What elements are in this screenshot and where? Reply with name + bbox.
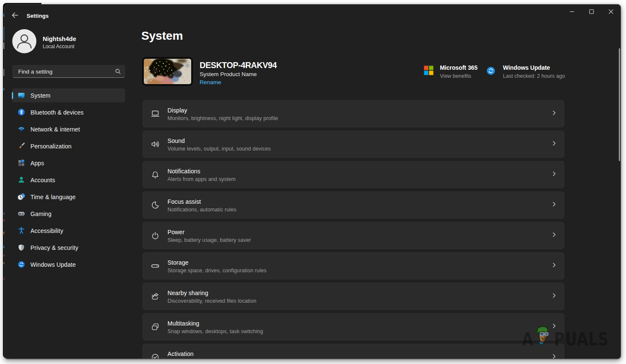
ms365-title: Microsoft 365 bbox=[440, 64, 478, 71]
sidebar-item-label: Accessibility bbox=[30, 227, 63, 234]
setting-row-notifications[interactable]: Notifications Alerts from apps and syste… bbox=[143, 161, 564, 188]
sidebar-item-label: Time & language bbox=[30, 194, 76, 200]
row-subtitle: Volume levels, output, input, sound devi… bbox=[167, 146, 271, 152]
back-arrow-icon bbox=[12, 12, 18, 18]
rename-link[interactable]: Rename bbox=[200, 79, 221, 85]
setting-row-focus-assist[interactable]: Focus assist Notifications, automatic ru… bbox=[143, 192, 564, 219]
network-icon bbox=[16, 125, 26, 134]
row-title: Nearby sharing bbox=[167, 290, 208, 296]
gaming-icon bbox=[16, 209, 26, 219]
device-product: System Product Name bbox=[200, 71, 257, 77]
chevron-right-icon bbox=[551, 110, 557, 118]
sidebar-item-bluetooth-devices[interactable]: Bluetooth & devices bbox=[12, 105, 125, 119]
accessibility-icon bbox=[16, 226, 26, 235]
row-subtitle: Alerts from apps and system bbox=[167, 176, 236, 182]
row-subtitle: Notifications, automatic rules bbox=[167, 207, 236, 213]
user-name: Nightsh4de bbox=[43, 36, 76, 42]
chevron-right-icon bbox=[551, 140, 557, 148]
chevron-right-icon bbox=[551, 353, 557, 359]
time-language-icon bbox=[16, 192, 26, 202]
sidebar-item-label: Accounts bbox=[30, 177, 55, 183]
search-input[interactable]: Find a setting bbox=[12, 65, 125, 78]
minimize-icon bbox=[570, 9, 574, 14]
setting-row-power[interactable]: Power Sleep, battery usage, battery save… bbox=[143, 222, 564, 249]
windows-update-subtitle: Last checked: 2 hours ago bbox=[503, 73, 565, 79]
close-button[interactable] bbox=[601, 5, 621, 19]
nearby-sharing-icon bbox=[150, 291, 160, 301]
row-title: Activation bbox=[167, 350, 194, 357]
row-title: Sound bbox=[167, 137, 185, 144]
chevron-right-icon bbox=[551, 323, 557, 331]
sidebar-item-personalization[interactable]: Personalization bbox=[12, 139, 125, 153]
scrollbar-thumb[interactable] bbox=[619, 48, 620, 161]
maximize-icon bbox=[589, 9, 594, 14]
device-name: DESKTOP-4RAKV94 bbox=[200, 60, 277, 70]
sidebar-item-label: Gaming bbox=[30, 211, 52, 217]
sidebar-item-privacy-security[interactable]: Privacy & security bbox=[12, 241, 125, 255]
sidebar-item-accessibility[interactable]: Accessibility bbox=[12, 224, 125, 238]
row-subtitle: Monitors, brightness, night light, displ… bbox=[167, 115, 278, 121]
sidebar-item-windows-update[interactable]: Windows Update bbox=[12, 257, 125, 271]
sidebar-item-label: Bluetooth & devices bbox=[30, 109, 84, 116]
row-title: Focus assist bbox=[167, 198, 201, 205]
sidebar-item-label: Network & internet bbox=[30, 126, 80, 133]
setting-row-multitasking[interactable]: Multitasking Snap windows, desktops, tas… bbox=[143, 313, 564, 340]
row-subtitle: Discoverability, received files location bbox=[167, 298, 256, 304]
accounts-icon bbox=[16, 175, 26, 185]
row-subtitle: Sleep, battery usage, battery saver bbox=[167, 237, 251, 243]
sidebar-item-label: Apps bbox=[30, 160, 44, 167]
minimize-button[interactable] bbox=[562, 5, 582, 19]
row-title: Power bbox=[167, 229, 184, 235]
windows-update-icon bbox=[16, 260, 26, 269]
settings-window: Settings Nightsh4de Local Account bbox=[4, 4, 621, 359]
system-icon bbox=[16, 91, 26, 100]
sidebar-item-label: Privacy & security bbox=[30, 244, 78, 251]
sidebar-item-label: Windows Update bbox=[30, 261, 76, 268]
chevron-right-icon bbox=[551, 262, 557, 270]
setting-row-display[interactable]: Display Monitors, brightness, night ligh… bbox=[143, 100, 564, 127]
activation-icon bbox=[150, 352, 160, 359]
device-thumbnail bbox=[142, 57, 193, 86]
privacy-security-icon bbox=[16, 243, 26, 252]
search-icon[interactable] bbox=[115, 68, 121, 76]
setting-row-activation[interactable]: Activation Activation state, subscriptio… bbox=[143, 344, 564, 359]
ms365-subtitle[interactable]: View benefits bbox=[440, 73, 471, 79]
sidebar-item-apps[interactable]: Apps bbox=[12, 156, 125, 170]
display-icon bbox=[150, 109, 160, 119]
sidebar-item-time-language[interactable]: Time & language bbox=[12, 190, 125, 204]
microsoft-365-icon bbox=[424, 66, 434, 75]
multitasking-icon bbox=[150, 322, 160, 332]
search-placeholder: Find a setting bbox=[18, 68, 52, 75]
sidebar-item-system[interactable]: System bbox=[12, 88, 125, 102]
sidebar-item-label: Personalization bbox=[30, 143, 71, 150]
personalization-icon bbox=[16, 142, 26, 151]
bluetooth-icon bbox=[16, 108, 26, 117]
chevron-right-icon bbox=[551, 232, 557, 239]
windows-update-title: Windows Update bbox=[503, 64, 550, 71]
back-button[interactable] bbox=[7, 10, 22, 21]
sidebar-item-accounts[interactable]: Accounts bbox=[12, 173, 125, 187]
setting-row-sound[interactable]: Sound Volume levels, output, input, soun… bbox=[143, 131, 564, 158]
row-title: Storage bbox=[167, 259, 189, 266]
avatar[interactable] bbox=[12, 29, 36, 53]
row-subtitle: Snap windows, desktops, task switching bbox=[167, 328, 263, 334]
windows-update-status-icon bbox=[486, 66, 495, 75]
power-icon bbox=[150, 230, 160, 241]
apps-icon bbox=[16, 159, 26, 168]
notifications-icon bbox=[150, 170, 160, 180]
person-icon bbox=[12, 29, 36, 53]
row-subtitle: Storage space, drives, configuration rul… bbox=[167, 268, 266, 274]
row-title: Display bbox=[167, 107, 187, 114]
page-title: System bbox=[141, 29, 183, 43]
selected-pill bbox=[12, 92, 13, 99]
chevron-right-icon bbox=[551, 201, 557, 209]
row-title: Multitasking bbox=[167, 320, 199, 327]
sidebar-item-gaming[interactable]: Gaming bbox=[12, 207, 125, 221]
maximize-button[interactable] bbox=[582, 5, 601, 19]
desktop-background: Settings Nightsh4de Local Account bbox=[0, 0, 626, 364]
setting-row-nearby-sharing[interactable]: Nearby sharing Discoverability, received… bbox=[143, 283, 564, 310]
sound-icon bbox=[150, 139, 160, 149]
setting-row-storage[interactable]: Storage Storage space, drives, configura… bbox=[143, 252, 564, 279]
chevron-right-icon bbox=[551, 293, 557, 300]
sidebar-item-network-internet[interactable]: Network & internet bbox=[12, 122, 125, 136]
